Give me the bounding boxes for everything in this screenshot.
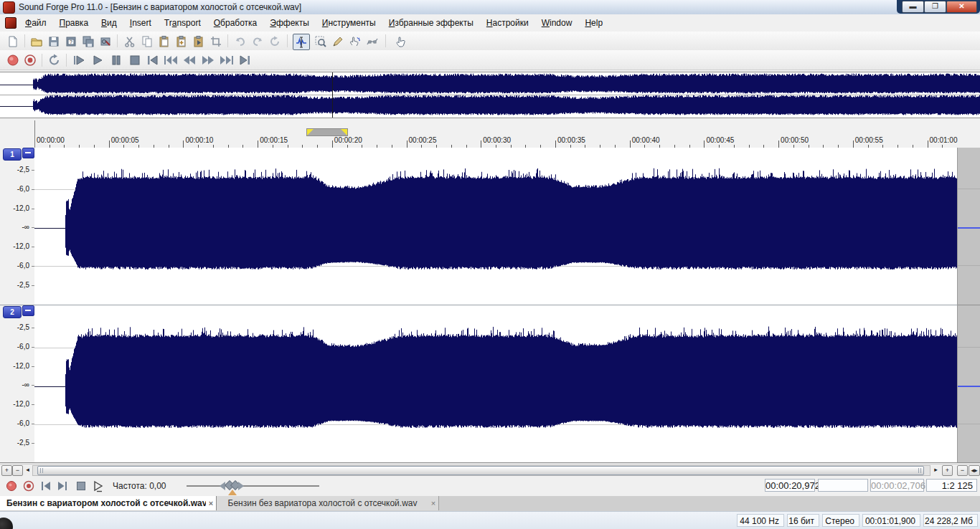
tab-inactive-document[interactable]: Бензин без вариатора холостой с отсечкой… xyxy=(217,496,439,510)
undo-icon[interactable] xyxy=(232,34,248,49)
ruler-tick xyxy=(109,140,110,148)
horizontal-scroll-row: + − ◂ ▸ + − ◂▸ xyxy=(0,464,980,477)
scroll-right-arrow[interactable]: ▸ xyxy=(931,465,941,475)
db-label: -6,0 xyxy=(17,419,29,427)
playbar-record-icon[interactable] xyxy=(4,479,19,493)
zoom-out-button[interactable]: − xyxy=(957,465,968,476)
rewind-fast-icon[interactable] xyxy=(162,52,179,67)
forward-icon[interactable] xyxy=(199,52,217,67)
play-icon[interactable] xyxy=(89,52,106,67)
time-ruler[interactable]: 00:00:0000:00:0500:00:1000:00:1500:00:20… xyxy=(0,120,980,148)
rewind-icon[interactable] xyxy=(181,52,198,67)
menu-item-insert[interactable]: Insert xyxy=(123,16,158,29)
menu-item-effects[interactable]: Эффекты xyxy=(263,16,316,29)
zoom-out-time-button[interactable]: − xyxy=(12,465,23,476)
arm-record-icon[interactable] xyxy=(22,52,39,67)
db-label: -∞ xyxy=(22,223,29,231)
paste-to-new-icon[interactable] xyxy=(191,34,207,49)
document-icon[interactable] xyxy=(5,17,17,29)
channel-2-badge[interactable]: 2 xyxy=(3,306,22,318)
position-display[interactable]: 00:00:20,972 xyxy=(765,479,815,492)
cut-icon[interactable] xyxy=(122,34,138,49)
channel-1-waveform[interactable] xyxy=(34,148,957,305)
overview-panel[interactable] xyxy=(0,72,980,118)
main-toolbar: ? xyxy=(0,32,980,51)
forward-fast-icon[interactable] xyxy=(218,52,235,67)
event-tool-icon[interactable] xyxy=(347,34,363,49)
zoom-selection-button[interactable]: ◂▸ xyxy=(969,465,980,476)
selection-length-display[interactable]: 00:00:02,706 xyxy=(870,479,924,492)
menu-item-edit[interactable]: Правка xyxy=(53,16,95,29)
maximize-button[interactable]: ❐ xyxy=(924,1,946,13)
scrollbar-track[interactable] xyxy=(32,465,930,476)
channel-divider[interactable] xyxy=(0,305,957,305)
close-button[interactable]: ✕ xyxy=(946,1,977,13)
channel-1-minimize-button[interactable] xyxy=(22,148,34,158)
play-all-icon[interactable] xyxy=(70,52,88,67)
playbar-go-start-icon[interactable] xyxy=(39,479,53,493)
rate-slider-track[interactable] xyxy=(187,485,319,487)
menu-item-favorite-effects[interactable]: Избранные эффекты xyxy=(382,16,480,29)
save-icon[interactable] xyxy=(46,34,62,49)
channel-2-minimize-button[interactable] xyxy=(22,305,34,316)
pause-icon[interactable] xyxy=(108,52,125,67)
overview-waveform[interactable] xyxy=(0,72,980,118)
menu-item-file[interactable]: Файл xyxy=(19,16,53,29)
new-file-icon[interactable] xyxy=(5,34,21,49)
menu-item-options[interactable]: Настройки xyxy=(480,16,535,29)
pencil-tool-icon[interactable] xyxy=(330,34,346,49)
secondary-display[interactable] xyxy=(818,479,868,492)
zoom-ratio-display[interactable]: 1:2 125 xyxy=(926,479,977,492)
db-label: -6,0 xyxy=(17,262,29,270)
loop-playback-icon[interactable] xyxy=(46,52,63,67)
go-to-start-icon[interactable] xyxy=(143,52,161,67)
rc-line xyxy=(958,347,980,348)
repeat-icon[interactable] xyxy=(267,34,283,49)
scrollbar-thumb[interactable] xyxy=(37,466,924,475)
playbar-go-end-icon[interactable] xyxy=(55,479,70,493)
playbar-play-icon[interactable] xyxy=(91,479,105,493)
selection-start-handle[interactable] xyxy=(307,129,314,135)
edit-tool-icon[interactable] xyxy=(293,34,310,50)
envelope-tool-icon[interactable] xyxy=(364,34,380,49)
zoom-in-button[interactable]: + xyxy=(942,465,953,476)
playbar-stop-icon[interactable] xyxy=(74,479,88,493)
render-as-icon[interactable] xyxy=(98,34,113,49)
paste-special-icon[interactable] xyxy=(174,34,189,49)
menu-item-view[interactable]: Вид xyxy=(95,16,123,29)
menu-item-tools[interactable]: Инструменты xyxy=(316,16,382,29)
selection-loop-bar[interactable] xyxy=(306,128,348,136)
save-all-icon[interactable] xyxy=(80,34,96,49)
toolbar-separator xyxy=(42,54,42,67)
stop-icon[interactable] xyxy=(126,52,143,67)
magnify-tool-icon[interactable] xyxy=(313,34,329,49)
record-icon[interactable] xyxy=(4,52,22,67)
tab-close-icon[interactable]: × xyxy=(428,499,438,507)
scroll-left-arrow[interactable]: ◂ xyxy=(23,465,32,475)
playbar-arm-record-icon[interactable] xyxy=(22,479,36,493)
vertical-zoom-scrollbar[interactable] xyxy=(957,148,980,462)
menu-item-window[interactable]: Window xyxy=(535,16,579,29)
zoom-in-time-button[interactable]: + xyxy=(1,465,12,476)
paste-icon[interactable] xyxy=(156,34,172,49)
menu-item-transport[interactable]: Transport xyxy=(158,16,207,29)
help-pointer-icon[interactable] xyxy=(393,34,409,49)
copy-icon[interactable] xyxy=(139,34,155,49)
menu-item-process[interactable]: Обработка xyxy=(207,16,264,29)
redo-icon[interactable] xyxy=(250,34,265,49)
save-as-icon[interactable]: ? xyxy=(63,34,79,49)
channel-2-center-marker xyxy=(958,386,980,387)
rate-slider-left-arrow[interactable] xyxy=(220,482,225,490)
channel-1-badge[interactable]: 1 xyxy=(3,148,22,161)
rate-slider-right-arrow[interactable] xyxy=(238,482,244,490)
tab-close-icon[interactable]: × xyxy=(206,499,216,507)
minimize-button[interactable]: ▬ xyxy=(902,1,924,13)
tab-active-document[interactable]: Бензин с вариатором холостой с отсечкой.… xyxy=(0,496,217,510)
selection-end-handle[interactable] xyxy=(341,129,347,135)
channel-2-waveform[interactable] xyxy=(34,305,957,462)
trim-crop-icon[interactable] xyxy=(208,34,224,49)
go-to-end-icon[interactable] xyxy=(237,52,254,67)
bit-depth-cell: 16 бит xyxy=(787,514,819,527)
menu-item-help[interactable]: Help xyxy=(578,16,609,29)
open-file-icon[interactable] xyxy=(29,34,44,49)
